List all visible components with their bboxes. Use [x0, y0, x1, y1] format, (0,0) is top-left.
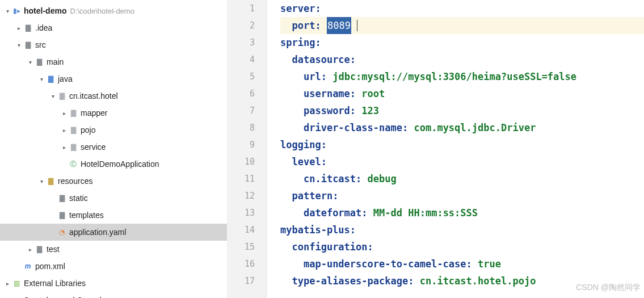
tree-label: hotel-demo [24, 6, 66, 15]
line-number: 2 [227, 17, 255, 34]
tree-label: HotelDemoApplication [81, 160, 159, 169]
code-line-current[interactable]: port: 8089 [280, 17, 644, 34]
tree-item-application-yaml[interactable]: ▸ ◔ application.yaml [0, 224, 227, 241]
line-number: 1 [227, 0, 255, 17]
folder-icon: ▇ [23, 40, 33, 50]
tree-label: External Libraries [24, 279, 86, 288]
library-icon: ▥ [11, 278, 22, 288]
code-line[interactable]: cn.itcast: debug [280, 170, 644, 187]
class-icon: Ⓒ [68, 159, 78, 169]
chevron-down-icon[interactable]: ▾ [37, 178, 45, 184]
resources-folder-icon: ▇ [45, 176, 56, 186]
chevron-right-icon[interactable]: ▸ [60, 144, 68, 150]
tree-label: test [47, 245, 60, 254]
tree-item-pojo[interactable]: ▸ ▇ pojo [0, 121, 227, 138]
code-line[interactable]: level: [280, 153, 644, 170]
line-number: 17 [227, 272, 255, 289]
package-icon: ▇ [68, 125, 78, 135]
code-line[interactable]: dateformat: MM-dd HH:mm:ss:SSS [280, 204, 644, 221]
folder-icon: ▇ [57, 193, 67, 203]
tree-label: Scratches and Consoles [24, 296, 110, 298]
chevron-down-icon[interactable]: ▾ [49, 93, 57, 99]
line-number: 14 [227, 221, 255, 238]
chevron-right-icon[interactable]: ▸ [60, 110, 68, 116]
chevron-right-icon[interactable]: ▸ [15, 25, 23, 31]
tree-label: .idea [35, 23, 52, 32]
package-icon: ▇ [68, 108, 78, 118]
project-tree[interactable]: ▾ ▮▸ hotel-demo D:\code\hotel-demo ▸ ▇ .… [0, 0, 227, 298]
editor-content[interactable]: server: port: 8089 spring: datasource: u… [267, 0, 644, 298]
source-folder-icon: ▇ [45, 74, 56, 84]
tree-item-service[interactable]: ▸ ▇ service [0, 138, 227, 156]
watermark-text: CSDN @陶然同学 [576, 279, 641, 296]
tree-item-app-class[interactable]: ▸ Ⓒ HotelDemoApplication [0, 156, 227, 173]
tree-item-external-libraries[interactable]: ▸ ▥ External Libraries [0, 275, 227, 292]
code-line[interactable]: map-underscore-to-camel-case: true [280, 255, 644, 272]
chevron-right-icon[interactable]: ▸ [3, 280, 11, 287]
line-number: 8 [227, 119, 255, 136]
line-number: 10 [227, 153, 255, 170]
line-number: 9 [227, 136, 255, 153]
line-number: 4 [227, 51, 255, 68]
tree-label: src [35, 40, 46, 49]
code-line[interactable]: url: jdbc:mysql://mysql:3306/heima?useSS… [280, 68, 644, 85]
tree-label: application.yaml [69, 228, 126, 237]
tree-item-static[interactable]: ▸ ▇ static [0, 190, 227, 207]
tree-item-root[interactable]: ▾ ▮▸ hotel-demo D:\code\hotel-demo [0, 2, 227, 19]
tree-item-test[interactable]: ▸ ▇ test [0, 241, 227, 258]
line-number: 13 [227, 204, 255, 221]
tree-item-pom[interactable]: ▸ m pom.xml [0, 258, 227, 275]
package-icon: ▇ [68, 142, 78, 152]
code-line[interactable]: datasource: [280, 51, 644, 68]
tree-item-main[interactable]: ▾ ▇ main [0, 53, 227, 70]
line-number: 11 [227, 170, 255, 187]
maven-icon: m [23, 261, 33, 271]
line-number: 15 [227, 238, 255, 255]
scratch-icon: ▤ [11, 295, 22, 298]
line-number: 12 [227, 187, 255, 204]
code-line[interactable]: server: [280, 0, 644, 17]
tree-item-java[interactable]: ▾ ▇ java [0, 70, 227, 87]
folder-icon: ▇ [23, 23, 33, 33]
code-line[interactable]: username: root [280, 85, 644, 102]
folder-icon: ▇ [34, 244, 44, 254]
tree-item-src[interactable]: ▾ ▇ src [0, 36, 227, 53]
tree-label: pojo [81, 125, 95, 135]
line-number: 5 [227, 68, 255, 85]
chevron-right-icon[interactable]: ▸ [60, 127, 68, 133]
code-line[interactable]: spring: [280, 34, 644, 51]
tree-item-templates[interactable]: ▸ ▇ templates [0, 207, 227, 224]
text-caret-icon [357, 20, 357, 31]
tree-label: static [69, 194, 88, 203]
code-line[interactable]: mybatis-plus: [280, 221, 644, 238]
tree-item-package[interactable]: ▾ ▇ cn.itcast.hotel [0, 87, 227, 104]
code-line[interactable]: configuration: [280, 238, 644, 255]
tree-item-idea[interactable]: ▸ ▇ .idea [0, 19, 227, 36]
chevron-down-icon[interactable]: ▾ [3, 8, 11, 14]
tree-label: cn.itcast.hotel [69, 91, 118, 100]
tree-path-hint: D:\code\hotel-demo [70, 7, 134, 15]
chevron-down-icon[interactable]: ▾ [37, 76, 45, 82]
tree-item-scratches[interactable]: ▸ ▤ Scratches and Consoles [0, 292, 227, 298]
tree-label: mapper [81, 108, 107, 117]
tree-label: service [81, 142, 106, 152]
chevron-down-icon[interactable]: ▾ [15, 42, 23, 48]
tree-label: main [47, 57, 64, 66]
folder-icon: ▇ [57, 210, 67, 220]
line-number: 16 [227, 255, 255, 272]
tree-label: java [58, 74, 73, 83]
line-number: 6 [227, 85, 255, 102]
chevron-right-icon[interactable]: ▸ [26, 246, 34, 253]
code-line[interactable]: driver-class-name: com.mysql.jdbc.Driver [280, 119, 644, 136]
chevron-down-icon[interactable]: ▾ [26, 59, 34, 65]
code-line[interactable]: password: 123 [280, 102, 644, 119]
code-line[interactable]: pattern: [280, 187, 644, 204]
package-icon: ▇ [57, 91, 67, 101]
line-number: 7 [227, 102, 255, 119]
code-editor[interactable]: 1234567891011121314151617 server: port: … [227, 0, 644, 298]
code-line[interactable]: logging: [280, 136, 644, 153]
line-number: 3 [227, 34, 255, 51]
tree-item-mapper[interactable]: ▸ ▇ mapper [0, 104, 227, 121]
tree-label: pom.xml [35, 262, 65, 271]
tree-item-resources[interactable]: ▾ ▇ resources [0, 173, 227, 190]
